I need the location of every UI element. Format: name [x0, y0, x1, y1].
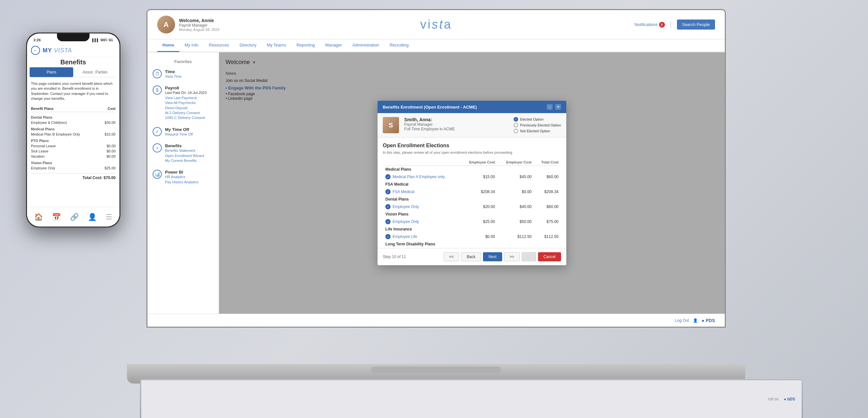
phone-category-vision: Vision Plans: [31, 159, 116, 166]
nav-administration[interactable]: Administration: [347, 39, 384, 52]
sidebar-section-title: Favorites: [148, 58, 219, 66]
nav-recruiting[interactable]: Recruiting: [384, 39, 414, 52]
sidebar-benefits-statement[interactable]: Benefits Statement: [165, 148, 204, 153]
phone-nav-profile[interactable]: 👤: [88, 213, 97, 221]
phone-plan-name: Personal Leave: [31, 144, 56, 148]
plan-check-icon: [385, 219, 391, 224]
phone-tab-plans[interactable]: Plans: [30, 67, 73, 77]
plan-name: Employee Life: [393, 234, 417, 239]
sidebar-powerbi-hr[interactable]: HR Analytics: [165, 175, 198, 179]
sidebar-item-benefits[interactable]: + Benefits Benefits Statement Open Enrol…: [148, 140, 219, 166]
modal-cancel-button[interactable]: Cancel: [538, 252, 561, 261]
nav-manager[interactable]: Manager: [320, 39, 347, 52]
sidebar-payroll-lastpaycheck[interactable]: View Last Paycheck: [165, 96, 207, 100]
modal-restore-button[interactable]: □: [547, 104, 553, 110]
phone-app: ← MY VISTA Benefits Plans Assoc. Parties…: [27, 44, 119, 227]
phone-plan-row: Sick Leave $0.00: [31, 148, 116, 154]
table-row: Vision Plans: [383, 211, 561, 218]
header-user: A Welcome, Annie Payroll Manager Monday,…: [157, 15, 219, 33]
sidebar-benefits-current[interactable]: My Current Benefits: [165, 158, 204, 163]
sidebar-item-timeoff[interactable]: ✓ My Time Off Request Time Off: [148, 124, 219, 140]
sidebar-time-vista[interactable]: Vista Time: [165, 74, 182, 79]
phone-back-button[interactable]: ←: [31, 46, 40, 55]
modal-back-button[interactable]: Back: [461, 252, 481, 261]
phone-nav-home[interactable]: 🏠: [34, 213, 43, 221]
nav-directory[interactable]: Directory: [234, 39, 262, 52]
phone-plan-name: Employee Only: [31, 166, 55, 170]
phone-nav-calendar[interactable]: 📅: [52, 213, 61, 221]
plan-name-cell: Employee Life: [383, 233, 460, 241]
phone-plan-row: Employee Only $25.00: [31, 166, 116, 171]
nav-home[interactable]: Home: [157, 39, 179, 52]
search-people-button[interactable]: Search People: [677, 20, 715, 30]
nav-myinfo[interactable]: My Info: [179, 39, 204, 52]
modal-last-button[interactable]: >>: [504, 252, 520, 261]
sidebar-timeoff-title: My Time Off: [165, 127, 193, 132]
employer-cost-cell: $50.00: [498, 218, 534, 225]
modal-user-role: Payroll Manager: [404, 122, 508, 127]
employer-cost-cell: $0.00: [498, 188, 534, 196]
sidebar: Favorites ⏱ Time Vista Time $ Payroll: [148, 52, 219, 314]
modal-close-button[interactable]: ✕: [555, 104, 561, 110]
phone-category-dental: Dental Plans: [31, 113, 116, 120]
phone-status-icons: ▌▌▌ WiFi 5G: [92, 38, 113, 42]
phone-bottom-nav: 🏠 📅 🔗 👤 ☰: [27, 207, 119, 227]
sidebar-powerbi-pay[interactable]: Pay History Analytics: [165, 180, 198, 185]
phone-plan-name: Employee & Child(ren): [31, 120, 67, 125]
phone-nav-menu[interactable]: ☰: [106, 213, 112, 221]
header-date: Monday, August 28, 2023: [179, 28, 219, 32]
phone-total-cost: Total Cost: $70.00: [31, 173, 116, 180]
sidebar-benefits-wizard[interactable]: Open Enrollment Wizard: [165, 153, 204, 158]
modal-first-button[interactable]: <<: [443, 252, 459, 261]
sidebar-payroll-direct[interactable]: Direct Deposit: [165, 106, 207, 110]
main-content: Welcome ▼ News Join us on Social Media! …: [219, 52, 725, 314]
employee-cost-cell: $0.00: [460, 233, 498, 241]
plan-item-fsa: FSA Medical: [385, 189, 458, 195]
table-row: Dental Plans: [383, 196, 561, 203]
modal-user-company: Full Time Employee in ACME: [404, 127, 508, 131]
phone-category-medical: Medical Plans: [31, 125, 116, 132]
logout-button[interactable]: Log Out: [675, 318, 689, 323]
plan-check-icon: [385, 234, 391, 239]
phone-plan-cost: $0.00: [106, 144, 116, 148]
phone-plan-name: Medical Plan B Employee Only: [31, 132, 80, 136]
notifications-button[interactable]: Notifications 8: [634, 22, 665, 28]
sidebar-timeoff-request[interactable]: Request Time Off: [165, 132, 193, 137]
phone-col-plan: Benefit Plans: [31, 107, 54, 110]
table-row: Medical Plans: [383, 166, 561, 173]
second-device-logo: ● bDS: [784, 397, 795, 402]
sidebar-payroll-1095[interactable]: 1095-C Delivery Consent: [165, 115, 207, 120]
plan-name-cell: Employee Only: [383, 218, 460, 225]
benefits-table: Employee Cost Employer Cost Total Cost: [383, 159, 561, 248]
category-life: Life Insurance: [383, 225, 561, 233]
phone-tab-assoc[interactable]: Assoc. Parties: [73, 67, 117, 77]
phone-home-icon: 🏠: [34, 213, 43, 221]
modal-next-button[interactable]: Next: [483, 252, 502, 261]
second-device: roll on ● bDS: [140, 379, 803, 418]
sidebar-item-time[interactable]: ⏱ Time Vista Time: [148, 66, 219, 82]
phone-logo: MY VISTA: [43, 47, 72, 54]
phone-device: 2:26 ▌▌▌ WiFi 5G ← MY VISTA Benefits Pla…: [26, 33, 120, 228]
nav-reporting[interactable]: Reporting: [291, 39, 320, 52]
category-medical: Medical Plans: [383, 166, 561, 173]
employer-cost-cell: $112.50: [498, 233, 534, 241]
phone-plan-row: Employee & Child(ren) $30.00: [31, 120, 116, 125]
sidebar-item-payroll[interactable]: $ Payroll Last Paid On: 14-Jul-2023 View…: [148, 82, 219, 124]
sidebar-powerbi-title: Power BI: [165, 170, 198, 175]
nav-myteams[interactable]: My Teams: [262, 39, 291, 52]
sidebar-item-powerbi[interactable]: 📊 Power BI HR Analytics Pay History Anal…: [148, 166, 219, 188]
sidebar-payroll-allpaychecks[interactable]: View All Paychecks: [165, 100, 207, 105]
modal-controls: □ ✕: [547, 104, 561, 110]
phone-battery-icon: 5G: [109, 38, 113, 42]
main-nav: Home My Info Resources Directory My Team…: [148, 39, 725, 52]
table-row: Employee Only $25.00 $50.00 $75.00: [383, 218, 561, 225]
phone-nav-org[interactable]: 🔗: [70, 213, 79, 221]
sidebar-payroll-w2[interactable]: W-2 Delivery Consent: [165, 110, 207, 115]
sidebar-time-title: Time: [165, 69, 182, 74]
laptop-device: A Welcome, Annie Payroll Manager Monday,…: [127, 0, 745, 384]
nav-resources[interactable]: Resources: [204, 39, 234, 52]
header-divider: |: [670, 21, 672, 28]
col-plan-header: [383, 159, 460, 166]
plan-item-medical: Medical Plan A Employee only: [385, 174, 458, 179]
modal-user-bar: S Smith, Anna: Payroll Manager Full Time…: [377, 113, 566, 138]
